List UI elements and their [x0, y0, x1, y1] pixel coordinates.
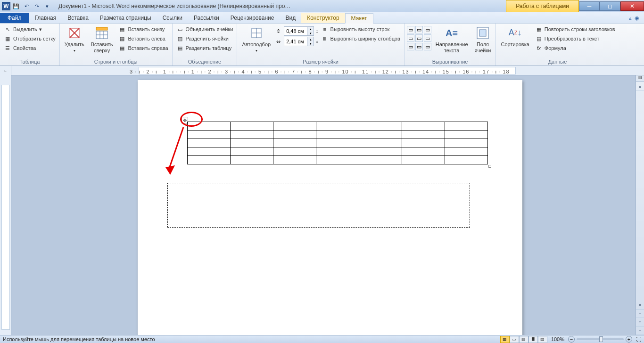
group-label-merge: Объединение — [174, 58, 235, 65]
cell-margins-button[interactable]: Поля ячейки — [472, 24, 494, 55]
tab-home[interactable]: Главная — [29, 13, 62, 23]
web-view-icon[interactable]: ▥ — [519, 336, 528, 343]
repeat-header-button[interactable]: ▦Повторить строки заголовков — [533, 24, 617, 34]
vertical-ruler[interactable] — [0, 75, 11, 335]
split-table-button[interactable]: ▤Разделить таблицу — [174, 43, 235, 53]
tab-mailings[interactable]: Рассылки — [188, 13, 225, 23]
document-table[interactable] — [187, 122, 488, 164]
group-alignment: ▭▭▭ ▭▭▭ ▭▭▭ A≡Направление текста Поля яч… — [405, 24, 496, 65]
redo-icon[interactable]: ↷ — [32, 1, 41, 11]
workspace: ✥ ▤ ▴ ▾ ◦ ○ ◦ — [0, 75, 644, 335]
document-canvas[interactable]: ✥ — [11, 75, 636, 335]
delete-button[interactable]: Удалить▾ — [62, 24, 87, 54]
tab-references[interactable]: Ссылки — [157, 13, 188, 23]
insert-left-button[interactable]: ▦Вставить слева — [116, 34, 170, 43]
dist-rows-icon: ≡ — [321, 25, 329, 33]
quick-access-toolbar: W 💾 ↶ ↷ ▾ — [0, 1, 54, 11]
delete-table-icon — [67, 25, 82, 41]
merge-cells-button[interactable]: ▭Объединить ячейки — [174, 24, 235, 34]
horizontal-ruler[interactable]: 3 · ı · 2 · ı · 1 · ı · · ı · 1 · ı · 2 … — [11, 66, 644, 75]
context-tools-header: Работа с таблицами — [506, 0, 579, 12]
distribute-cols-button[interactable]: ⅢВыровнять ширину столбцов — [319, 34, 402, 43]
tab-design[interactable]: Конструктор — [301, 13, 345, 23]
tab-table-layout[interactable]: Макет — [345, 13, 373, 24]
align-br-icon[interactable]: ▭ — [424, 43, 431, 50]
save-icon[interactable]: 💾 — [11, 1, 21, 11]
minimize-ribbon-icon[interactable]: ▵ — [629, 15, 632, 21]
word-app-icon[interactable]: W — [2, 2, 10, 10]
col-width-input[interactable]: ▴▾ — [284, 37, 314, 46]
file-tab[interactable]: Файл — [0, 13, 29, 23]
svg-rect-12 — [479, 30, 486, 36]
scroll-up-icon[interactable]: ▴ — [636, 82, 644, 90]
autofit-button[interactable]: Автоподбор▾ — [239, 24, 273, 54]
properties-button[interactable]: ☰Свойства — [2, 43, 58, 53]
table-resize-handle[interactable] — [488, 165, 491, 168]
align-tc-icon[interactable]: ▭ — [415, 26, 423, 33]
scroll-track[interactable] — [636, 90, 644, 301]
status-message: Используйте мышь для перемещения таблицы… — [3, 336, 155, 342]
print-layout-view-icon[interactable]: ▦ — [500, 336, 510, 343]
browse-object-icon[interactable]: ○ — [636, 318, 644, 327]
insert-below-button[interactable]: ▦Вставить снизу — [116, 24, 170, 34]
tab-review[interactable]: Рецензирование — [225, 13, 280, 23]
align-tr-icon[interactable]: ▭ — [424, 26, 431, 33]
zoom-slider[interactable]: − + — [568, 336, 632, 343]
fullscreen-view-icon[interactable]: ▭ — [510, 336, 519, 343]
tab-layout[interactable]: Разметка страницы — [94, 13, 157, 23]
zoom-in-icon[interactable]: + — [626, 336, 632, 343]
insert-below-icon: ▦ — [118, 25, 126, 33]
row-height-input[interactable]: ▴▾ — [284, 26, 314, 36]
cursor-icon: ↖ — [4, 25, 11, 33]
undo-icon[interactable]: ↶ — [22, 1, 31, 11]
align-ml-icon[interactable]: ▭ — [407, 34, 414, 42]
page[interactable]: ✥ — [138, 80, 522, 335]
outline-view-icon[interactable]: ≣ — [528, 336, 538, 343]
formula-button[interactable]: fxФормула — [533, 43, 617, 53]
prev-page-icon[interactable]: ◦ — [636, 310, 644, 318]
vertical-scrollbar[interactable]: ▤ ▴ ▾ ◦ ○ ◦ — [636, 75, 644, 335]
insert-right-button[interactable]: ▦Вставить справа — [116, 43, 170, 53]
distribute-rows-button[interactable]: ≡Выровнять высоту строк — [319, 24, 402, 34]
annotation-arrow-icon — [164, 125, 187, 177]
group-label-table: Таблица — [2, 58, 58, 65]
align-bl-icon[interactable]: ▭ — [407, 43, 414, 50]
drop-target-outline — [167, 183, 470, 228]
minimize-button[interactable]: ─ — [579, 1, 600, 11]
convert-text-button[interactable]: ▤Преобразовать в текст — [533, 34, 617, 43]
text-direction-button[interactable]: A≡Направление текста — [433, 24, 471, 55]
scroll-down-icon[interactable]: ▾ — [636, 301, 644, 310]
group-cell-size: Автоподбор▾ ⇕ ▴▾ ‡ ⇔ ▴▾ ‡ ≡Выровнять выс… — [237, 24, 404, 65]
merge-icon: ▭ — [176, 25, 184, 33]
draft-view-icon[interactable]: ▤ — [538, 336, 547, 343]
align-mr-icon[interactable]: ▭ — [424, 34, 431, 42]
qat-more-icon[interactable]: ▾ — [42, 1, 52, 11]
show-gridlines-button[interactable]: ▦Отобразить сетку — [2, 34, 58, 43]
select-button[interactable]: ↖Выделить ▾ — [2, 24, 58, 34]
svg-line-13 — [169, 127, 183, 168]
help-icon[interactable]: ◉ — [635, 15, 639, 21]
row-height-icon: ⇕ — [274, 27, 282, 35]
group-label-size: Размер ячейки — [239, 58, 402, 65]
close-button[interactable]: ✕ — [620, 1, 644, 11]
tab-selector[interactable]: L — [0, 66, 11, 75]
zoom-thumb[interactable] — [599, 336, 603, 342]
tab-view[interactable]: Вид — [280, 13, 301, 23]
next-page-icon[interactable]: ◦ — [636, 327, 644, 335]
split-cells-button[interactable]: ▥Разделить ячейки — [174, 34, 235, 43]
svg-rect-7 — [96, 27, 107, 30]
group-label-align: Выравнивание — [406, 58, 494, 65]
maximize-button[interactable]: ◻ — [600, 1, 620, 11]
align-bc-icon[interactable]: ▭ — [415, 43, 423, 50]
fullscreen-icon[interactable]: ⛶ — [636, 336, 641, 342]
align-mc-icon[interactable]: ▭ — [415, 34, 423, 42]
align-tl-icon[interactable]: ▭ — [407, 26, 414, 33]
sort-button[interactable]: AZ↓Сортировка — [498, 24, 532, 49]
tab-insert[interactable]: Вставка — [62, 13, 94, 23]
zoom-level[interactable]: 100% — [551, 336, 564, 342]
insert-above-button[interactable]: Вставить сверху — [88, 24, 116, 55]
ruler-toggle-icon[interactable]: ▤ — [636, 75, 644, 82]
ribbon-help-area: ▵ ◉ — [624, 13, 644, 23]
insert-right-icon: ▦ — [118, 44, 126, 52]
zoom-out-icon[interactable]: − — [568, 336, 575, 343]
